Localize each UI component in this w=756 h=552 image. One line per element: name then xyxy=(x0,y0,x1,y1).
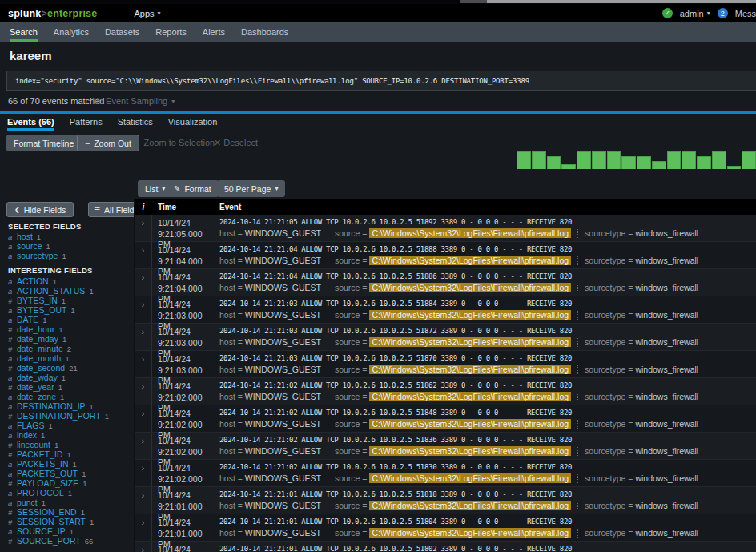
source-value-highlighted[interactable]: C:\Windows\System32\LogFiles\Firewall\pf… xyxy=(369,228,571,238)
sourcetype-value[interactable]: windows_firewall xyxy=(635,310,698,320)
field-item[interactable]: a date_zone 1 xyxy=(8,392,134,401)
host-value[interactable]: WINDOWS_GUEST xyxy=(245,446,321,456)
field-item[interactable]: a date_wday 1 xyxy=(8,373,134,382)
field-item[interactable]: a ACTION_STATUS 1 xyxy=(8,286,134,296)
appnav-tab[interactable]: Reports xyxy=(155,22,187,42)
timeline-bar[interactable] xyxy=(517,151,531,169)
timeline-bar[interactable] xyxy=(742,151,756,169)
source-value-highlighted[interactable]: C:\Windows\System32\LogFiles\Firewall\pf… xyxy=(369,473,571,483)
hide-fields-button[interactable]: ❮ Hide Fields xyxy=(6,202,74,217)
search-bar[interactable]: index="security" source="C:\\Windows\\Sy… xyxy=(6,71,756,91)
expand-chevron-icon[interactable]: › xyxy=(135,324,152,350)
timeline-bar[interactable] xyxy=(637,156,651,169)
sourcetype-value[interactable]: windows_firewall xyxy=(635,392,698,401)
expand-chevron-icon[interactable]: › xyxy=(135,269,152,296)
event-raw-text[interactable]: 2024-10-14 21:21:01 ALLOW TCP 10.0.2.6 1… xyxy=(219,518,756,526)
sourcetype-value[interactable]: windows_firewall xyxy=(635,419,698,429)
result-tab[interactable]: Visualization xyxy=(168,114,218,130)
field-item[interactable]: # SESSION_END 1 xyxy=(8,507,134,517)
timeline-bar[interactable] xyxy=(667,151,682,169)
timeline-bar[interactable] xyxy=(727,166,742,169)
field-item[interactable]: # SOURCE_PORT 66 xyxy=(8,536,134,546)
timeline-bar[interactable] xyxy=(547,156,561,169)
event-raw-text[interactable]: 2024-10-14 21:21:03 ALLOW TCP 10.0.2.6 1… xyxy=(219,327,756,335)
host-value[interactable]: WINDOWS_GUEST xyxy=(245,501,321,510)
field-item[interactable]: a index 1 xyxy=(8,430,134,440)
field-item[interactable]: # linecount 1 xyxy=(8,440,134,449)
timeline-bar[interactable] xyxy=(577,151,591,169)
timeline-bar[interactable] xyxy=(682,151,696,169)
expand-chevron-icon[interactable]: › xyxy=(135,514,152,541)
health-status-icon[interactable]: ✓ xyxy=(662,8,673,18)
appnav-tab[interactable]: Alerts xyxy=(203,22,225,42)
host-value[interactable]: WINDOWS_GUEST xyxy=(245,337,321,347)
field-item[interactable]: a BYTES_OUT 1 xyxy=(8,305,134,315)
field-item[interactable]: # date_second 21 xyxy=(8,363,134,373)
source-value-highlighted[interactable]: C:\Windows\System32\LogFiles\Firewall\pf… xyxy=(369,528,571,538)
field-item[interactable]: # date_hour 1 xyxy=(8,324,134,334)
event-raw-text[interactable]: 2024-10-14 21:21:03 ALLOW TCP 10.0.2.6 1… xyxy=(219,300,756,308)
field-item[interactable]: a DATE 1 xyxy=(8,315,134,324)
expand-chevron-icon[interactable]: › xyxy=(135,487,152,514)
event-sampling-dropdown[interactable]: No Event Sampling ▾ xyxy=(92,96,175,106)
field-item[interactable]: a punct 1 xyxy=(8,498,134,507)
result-tab[interactable]: Statistics xyxy=(118,114,153,130)
field-item[interactable]: a FLAGS 1 xyxy=(8,421,134,430)
timeline-bar[interactable] xyxy=(561,164,576,169)
per-page-dropdown[interactable]: 50 Per Page ▾ xyxy=(217,180,285,197)
field-item[interactable]: a PROTOCOL 1 xyxy=(8,488,134,498)
field-item[interactable]: a SOURCE_IP 1 xyxy=(8,526,134,536)
timeline-bar[interactable] xyxy=(592,151,606,169)
sourcetype-value[interactable]: windows_firewall xyxy=(635,501,698,510)
appnav-tab[interactable]: Dashboards xyxy=(241,22,288,42)
host-value[interactable]: WINDOWS_GUEST xyxy=(245,310,321,320)
host-value[interactable]: WINDOWS_GUEST xyxy=(245,365,321,374)
source-value-highlighted[interactable]: C:\Windows\System32\LogFiles\Firewall\pf… xyxy=(369,365,571,374)
host-value[interactable]: WINDOWS_GUEST xyxy=(245,256,321,265)
appnav-tab[interactable]: Datasets xyxy=(105,22,139,42)
format-timeline-button[interactable]: Format Timeline ▾ xyxy=(6,135,88,151)
expand-chevron-icon[interactable]: › xyxy=(135,433,152,459)
source-value-highlighted[interactable]: C:\Windows\System32\LogFiles\Firewall\pf… xyxy=(369,337,571,347)
timeline-bar[interactable] xyxy=(532,151,546,169)
sourcetype-value[interactable]: windows_firewall xyxy=(635,228,698,238)
event-raw-text[interactable]: 2024-10-14 21:21:04 ALLOW TCP 10.0.2.6 1… xyxy=(219,272,756,280)
source-value-highlighted[interactable]: C:\Windows\System32\LogFiles\Firewall\pf… xyxy=(369,446,571,456)
source-value-highlighted[interactable]: C:\Windows\System32\LogFiles\Firewall\pf… xyxy=(369,283,571,292)
sourcetype-value[interactable]: windows_firewall xyxy=(635,528,698,538)
search-query-input[interactable]: index="security" source="C:\\Windows\\Sy… xyxy=(7,77,529,85)
expand-chevron-icon[interactable]: › xyxy=(135,215,152,241)
sourcetype-value[interactable]: windows_firewall xyxy=(635,446,698,456)
event-raw-text[interactable]: 2024-10-14 21:21:01 ALLOW TCP 10.0.2.6 1… xyxy=(219,490,756,498)
expand-chevron-icon[interactable]: › xyxy=(135,351,152,377)
field-item[interactable]: a PACKETS_IN 1 xyxy=(8,459,134,469)
expand-chevron-icon[interactable]: › xyxy=(135,296,152,323)
field-item[interactable]: a host 1 xyxy=(8,232,134,241)
apps-menu[interactable]: Apps ▾ xyxy=(134,9,160,18)
field-item[interactable]: # DESTINATION_PORT 1 xyxy=(8,411,134,421)
field-item[interactable]: a date_month 1 xyxy=(8,353,134,363)
sourcetype-value[interactable]: windows_firewall xyxy=(635,256,698,265)
field-item[interactable]: a sourcetype 1 xyxy=(8,251,134,260)
field-item[interactable]: # BYTES_IN 1 xyxy=(8,296,134,305)
expand-chevron-icon[interactable]: › xyxy=(135,378,152,405)
field-item[interactable]: # date_minute 2 xyxy=(8,344,134,353)
host-value[interactable]: WINDOWS_GUEST xyxy=(245,419,321,429)
field-item[interactable]: # PAYLOAD_SIZE 1 xyxy=(8,478,134,488)
sourcetype-value[interactable]: windows_firewall xyxy=(635,337,698,347)
field-item[interactable]: # date_year 1 xyxy=(8,382,134,392)
field-item[interactable]: a DESTINATION_IP 1 xyxy=(8,401,134,411)
event-raw-text[interactable]: 2024-10-14 21:21:04 ALLOW TCP 10.0.2.6 1… xyxy=(219,245,756,253)
host-value[interactable]: WINDOWS_GUEST xyxy=(245,228,321,238)
timeline-bar[interactable] xyxy=(652,161,666,169)
source-value-highlighted[interactable]: C:\Windows\System32\LogFiles\Firewall\pf… xyxy=(369,310,571,320)
host-value[interactable]: WINDOWS_GUEST xyxy=(245,528,321,538)
expand-chevron-icon[interactable]: › xyxy=(135,405,152,432)
sourcetype-value[interactable]: windows_firewall xyxy=(635,283,698,292)
splunk-logo[interactable]: splunk>enterprise xyxy=(8,8,97,19)
host-value[interactable]: WINDOWS_GUEST xyxy=(245,283,321,292)
source-value-highlighted[interactable]: C:\Windows\System32\LogFiles\Firewall\pf… xyxy=(369,256,571,265)
field-item[interactable]: # PACKET_ID 1 xyxy=(8,449,134,459)
appnav-tab[interactable]: Analytics xyxy=(54,22,89,42)
event-raw-text[interactable]: 2024-10-14 21:21:03 ALLOW TCP 10.0.2.6 1… xyxy=(219,354,756,362)
